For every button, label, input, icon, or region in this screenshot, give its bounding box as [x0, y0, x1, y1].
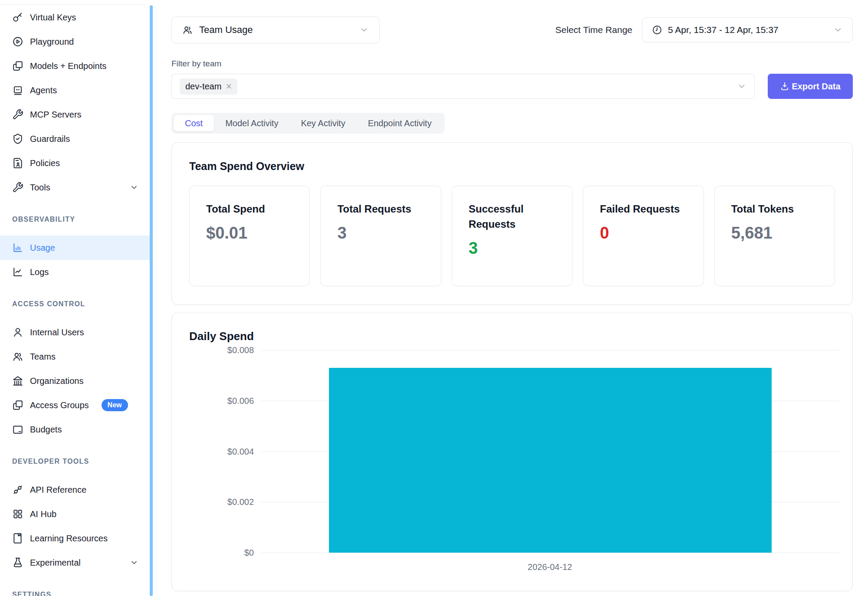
stat-card-total-requests: Total Requests 3 [320, 186, 441, 286]
sidebar-item-label: Agents [30, 85, 57, 95]
gridline [261, 350, 839, 350]
api-connector-icon [12, 484, 23, 495]
sidebar-section-developer-tools: DEVELOPER TOOLS [12, 456, 150, 467]
scroll-indicator[interactable] [150, 5, 153, 596]
sidebar-item-models-endpoints[interactable]: Models + Endpoints [0, 54, 150, 78]
time-range-select[interactable]: 5 Apr, 15:37 - 12 Apr, 15:37 [642, 17, 853, 43]
daily-spend-card: Daily Spend $0.008 $0.006 $0.004 $0.002 … [171, 313, 853, 591]
tab-endpoint-activity[interactable]: Endpoint Activity [357, 115, 443, 131]
users-icon [12, 351, 23, 362]
tab-key-activity[interactable]: Key Activity [289, 115, 356, 131]
stat-card-total-spend: Total Spend $0.01 [189, 186, 310, 286]
tab-model-activity[interactable]: Model Activity [214, 115, 289, 131]
overview-title: Team Spend Overview [189, 160, 835, 173]
stat-label: Failed Requests [600, 202, 689, 217]
sidebar-item-mcp-servers[interactable]: MCP Servers [0, 102, 150, 127]
sidebar-item-teams[interactable]: Teams [0, 344, 150, 369]
stat-label: Successful Requests [469, 202, 558, 232]
main-content: Team Usage Select Time Range 5 Apr, 15:3… [153, 0, 868, 596]
y-axis-tick: $0 [176, 548, 254, 558]
x-axis-tick: 2026-04-12 [528, 562, 572, 572]
stat-label: Total Requests [337, 202, 426, 217]
chevron-down-icon [737, 82, 746, 91]
chevron-down-icon [359, 25, 369, 35]
sidebar-item-internal-users[interactable]: Internal Users [0, 320, 150, 344]
y-axis-tick: $0.004 [176, 446, 254, 456]
sidebar-item-api-reference[interactable]: API Reference [0, 478, 150, 502]
stat-label: Total Spend [206, 202, 295, 217]
sidebar-item-organizations[interactable]: Organizations [0, 369, 150, 393]
stat-value: 5,681 [731, 224, 826, 242]
export-data-label: Export Data [792, 82, 840, 92]
sidebar-item-label: Virtual Keys [30, 13, 76, 23]
remove-team-icon[interactable]: × [226, 82, 231, 92]
sidebar-item-label: Guardrails [30, 134, 70, 144]
team-usage-dashboard: Virtual Keys Playground Models + Endpoin… [0, 0, 868, 596]
sidebar-item-label: Budgets [30, 425, 62, 435]
overlapping-squares-icon [12, 400, 23, 411]
flask-icon [12, 557, 23, 568]
sidebar-item-tools[interactable]: Tools [0, 175, 150, 200]
time-range-label: Select Time Range [556, 25, 632, 35]
gridline [261, 553, 839, 553]
new-badge: New [102, 399, 128, 411]
download-icon [780, 82, 789, 91]
book-icon [12, 533, 23, 544]
y-axis-tick: $0.008 [176, 345, 254, 355]
sidebar-item-virtual-keys[interactable]: Virtual Keys [0, 5, 150, 29]
stat-value: $0.01 [206, 224, 301, 242]
sidebar-item-policies[interactable]: Policies [0, 151, 150, 175]
filter-by-team-label: Filter by team [171, 59, 853, 69]
sidebar-item-usage[interactable]: Usage [0, 236, 150, 260]
wrench-icon [12, 182, 23, 193]
sidebar-item-label: Teams [30, 352, 56, 362]
bar-chart-icon [12, 242, 23, 253]
usage-type-value: Team Usage [199, 24, 253, 36]
sidebar-item-learning-resources[interactable]: Learning Resources [0, 526, 150, 550]
key-icon [12, 12, 23, 23]
stat-card-total-tokens: Total Tokens 5,681 [714, 186, 835, 286]
stat-card-successful-requests: Successful Requests 3 [452, 186, 572, 286]
sidebar-item-label: AI Hub [30, 509, 56, 519]
sidebar-item-guardrails[interactable]: Guardrails [0, 127, 150, 151]
sidebar-item-label: Experimental [30, 558, 81, 568]
time-range-value: 5 Apr, 15:37 - 12 Apr, 15:37 [668, 25, 779, 35]
daily-spend-chart: $0.008 $0.006 $0.004 $0.002 $0 2026-04-1… [261, 350, 839, 553]
tab-cost[interactable]: Cost [174, 115, 214, 131]
usage-type-select[interactable]: Team Usage [171, 16, 380, 43]
y-axis-tick: $0.006 [176, 396, 254, 406]
sidebar-item-agents[interactable]: Agents [0, 78, 150, 102]
sidebar-item-label: Tools [30, 183, 50, 193]
sidebar-item-logs[interactable]: Logs [0, 260, 150, 284]
sidebar-item-label: Playground [30, 37, 74, 47]
overlapping-squares-icon [12, 60, 23, 72]
team-spend-overview-card: Team Spend Overview Total Spend $0.01 To… [171, 142, 853, 305]
daily-spend-title: Daily Spend [189, 330, 254, 343]
sidebar-item-ai-hub[interactable]: AI Hub [0, 502, 150, 526]
clock-icon [652, 25, 662, 35]
credit-card-icon [12, 424, 23, 435]
line-chart-icon [12, 266, 23, 278]
sidebar-item-label: MCP Servers [30, 110, 82, 120]
sidebar-item-budgets[interactable]: Budgets [0, 417, 150, 442]
sidebar-item-label: Internal Users [30, 327, 84, 337]
policy-document-icon [12, 157, 23, 169]
stat-label: Total Tokens [731, 202, 820, 217]
team-filter-select[interactable]: dev-team × [171, 74, 755, 99]
sidebar-item-access-groups[interactable]: Access Groups New [0, 393, 150, 417]
sidebar-item-label: Policies [30, 158, 60, 168]
chevron-down-icon [130, 558, 138, 567]
sidebar-item-experimental[interactable]: Experimental [0, 550, 150, 575]
sidebar-item-label: Models + Endpoints [30, 61, 106, 71]
sidebar-section-access-control: ACCESS CONTROL [12, 299, 150, 309]
stat-value: 3 [337, 224, 432, 242]
team-chip-label: dev-team [185, 82, 221, 92]
bank-icon [12, 375, 23, 386]
y-axis-tick: $0.002 [176, 497, 254, 507]
sidebar-item-playground[interactable]: Playground [0, 29, 150, 54]
sidebar-section-settings: SETTINGS [12, 589, 150, 596]
sidebar-item-label: Organizations [30, 376, 83, 386]
robot-face-icon [12, 85, 23, 96]
sidebar-item-label: Usage [30, 243, 55, 253]
export-data-button[interactable]: Export Data [768, 74, 853, 99]
